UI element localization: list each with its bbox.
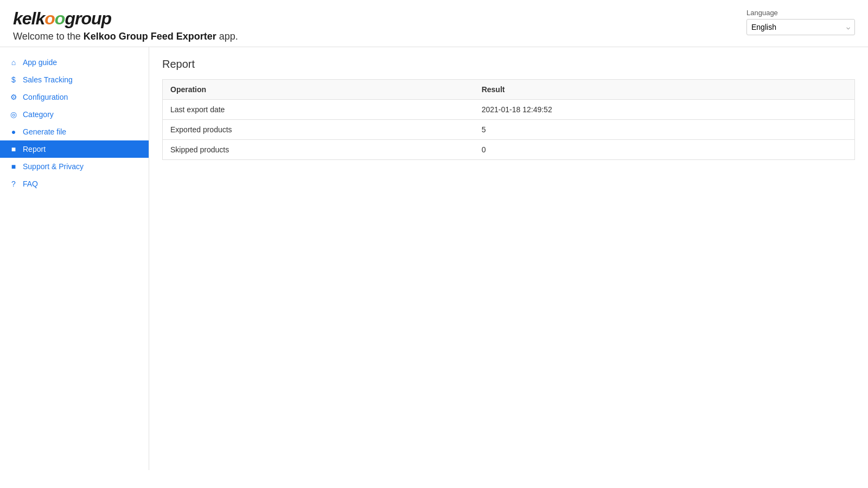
content-area: Report Operation Result Last export date… xyxy=(149,47,868,470)
sidebar-item-sales-tracking[interactable]: $ Sales Tracking xyxy=(0,71,149,88)
sidebar-item-category[interactable]: ◎ Category xyxy=(0,106,149,123)
sidebar-label-sales-tracking: Sales Tracking xyxy=(23,75,73,84)
dollar-icon: $ xyxy=(9,75,18,84)
language-select-wrapper[interactable]: English French German Spanish ⌵ xyxy=(746,19,855,35)
cell-result: 0 xyxy=(474,140,855,160)
sidebar-item-report[interactable]: ■ Report xyxy=(0,140,149,158)
logo-oo-green: o xyxy=(55,9,65,28)
welcome-text: Welcome to the Kelkoo Group Feed Exporte… xyxy=(13,31,238,42)
welcome-suffix: app. xyxy=(216,31,238,42)
report-title: Report xyxy=(162,58,855,70)
shield-icon: ■ xyxy=(9,162,18,171)
app-name: Kelkoo Group Feed Exporter xyxy=(84,31,216,42)
sidebar-item-generate-file[interactable]: ● Generate file xyxy=(0,123,149,140)
top-bar: kelkoogroup Welcome to the Kelkoo Group … xyxy=(0,0,868,47)
sidebar-item-faq[interactable]: ? FAQ xyxy=(0,175,149,192)
cell-operation: Skipped products xyxy=(163,140,474,160)
language-area: Language English French German Spanish ⌵ xyxy=(746,9,855,35)
sidebar: ⌂ App guide $ Sales Tracking ⚙ Configura… xyxy=(0,47,149,470)
report-table: Operation Result Last export date2021-01… xyxy=(162,79,855,160)
circle-icon: ◎ xyxy=(9,110,18,119)
chevron-down-icon: ⌵ xyxy=(842,23,854,31)
language-select[interactable]: English French German Spanish xyxy=(747,20,842,35)
dot-icon: ● xyxy=(9,127,18,136)
sidebar-label-faq: FAQ xyxy=(23,179,38,188)
table-header-row: Operation Result xyxy=(163,80,855,100)
sidebar-label-configuration: Configuration xyxy=(23,93,68,101)
cell-operation: Exported products xyxy=(163,120,474,140)
question-icon: ? xyxy=(9,179,18,188)
cell-result: 5 xyxy=(474,120,855,140)
col-header-result: Result xyxy=(474,80,855,100)
sidebar-label-generate-file: Generate file xyxy=(23,127,66,136)
logo-kelk: kelk xyxy=(13,9,44,28)
home-icon: ⌂ xyxy=(9,58,18,67)
col-header-operation: Operation xyxy=(163,80,474,100)
report-icon: ■ xyxy=(9,145,18,153)
sidebar-item-app-guide[interactable]: ⌂ App guide xyxy=(0,54,149,71)
sidebar-label-category: Category xyxy=(23,110,54,119)
logo-area: kelkoogroup Welcome to the Kelkoo Group … xyxy=(13,9,238,42)
sidebar-label-support-privacy: Support & Privacy xyxy=(23,162,84,171)
table-row: Exported products5 xyxy=(163,120,855,140)
logo-oo-orange: o xyxy=(44,9,55,28)
cell-operation: Last export date xyxy=(163,100,474,120)
gear-icon: ⚙ xyxy=(9,93,18,101)
language-label: Language xyxy=(746,9,778,17)
table-row: Skipped products0 xyxy=(163,140,855,160)
logo: kelkoogroup xyxy=(13,9,238,29)
sidebar-item-support-privacy[interactable]: ■ Support & Privacy xyxy=(0,158,149,175)
logo-group: group xyxy=(65,9,111,28)
sidebar-label-app-guide: App guide xyxy=(23,58,57,67)
welcome-prefix: Welcome to the xyxy=(13,31,84,42)
sidebar-label-report: Report xyxy=(23,145,46,153)
sidebar-item-configuration[interactable]: ⚙ Configuration xyxy=(0,88,149,106)
main-layout: ⌂ App guide $ Sales Tracking ⚙ Configura… xyxy=(0,47,868,470)
table-row: Last export date2021-01-18 12:49:52 xyxy=(163,100,855,120)
cell-result: 2021-01-18 12:49:52 xyxy=(474,100,855,120)
